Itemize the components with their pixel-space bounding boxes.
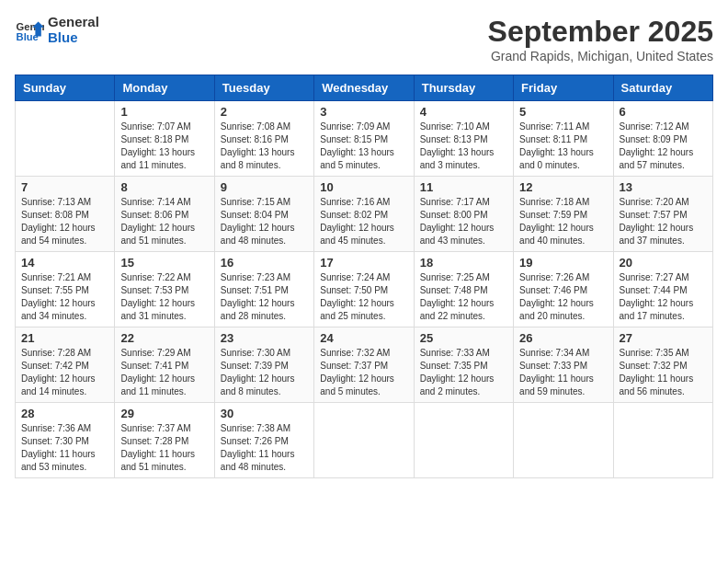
calendar-cell: 1Sunrise: 7:07 AM Sunset: 8:18 PM Daylig… <box>115 101 214 177</box>
day-info: Sunrise: 7:22 AM Sunset: 7:53 PM Dayligh… <box>120 271 208 323</box>
calendar-cell <box>314 403 414 478</box>
calendar-cell: 25Sunrise: 7:33 AM Sunset: 7:35 PM Dayli… <box>414 327 513 403</box>
calendar-week-row: 7Sunrise: 7:13 AM Sunset: 8:08 PM Daylig… <box>16 177 713 252</box>
day-number: 28 <box>21 407 108 420</box>
calendar-cell: 6Sunrise: 7:12 AM Sunset: 8:09 PM Daylig… <box>613 101 712 177</box>
calendar-cell: 5Sunrise: 7:11 AM Sunset: 8:11 PM Daylig… <box>514 101 613 177</box>
day-number: 24 <box>320 331 407 345</box>
day-number: 26 <box>519 331 607 345</box>
day-number: 17 <box>320 256 407 270</box>
day-number: 7 <box>21 180 108 194</box>
calendar-cell: 4Sunrise: 7:10 AM Sunset: 8:13 PM Daylig… <box>414 101 513 177</box>
calendar-cell: 28Sunrise: 7:36 AM Sunset: 7:30 PM Dayli… <box>16 403 115 478</box>
day-info: Sunrise: 7:36 AM Sunset: 7:30 PM Dayligh… <box>21 422 108 474</box>
day-number: 5 <box>519 105 607 119</box>
logo-general: General <box>48 15 99 30</box>
weekday-header: Saturday <box>613 75 712 101</box>
day-info: Sunrise: 7:21 AM Sunset: 7:55 PM Dayligh… <box>21 271 108 323</box>
calendar-cell: 17Sunrise: 7:24 AM Sunset: 7:50 PM Dayli… <box>314 252 414 327</box>
calendar-header-row: SundayMondayTuesdayWednesdayThursdayFrid… <box>16 75 713 101</box>
calendar-cell: 2Sunrise: 7:08 AM Sunset: 8:16 PM Daylig… <box>214 101 313 177</box>
day-info: Sunrise: 7:13 AM Sunset: 8:08 PM Dayligh… <box>21 196 108 247</box>
day-info: Sunrise: 7:38 AM Sunset: 7:26 PM Dayligh… <box>221 422 308 474</box>
calendar-cell: 15Sunrise: 7:22 AM Sunset: 7:53 PM Dayli… <box>115 252 214 327</box>
calendar-cell: 8Sunrise: 7:14 AM Sunset: 8:06 PM Daylig… <box>115 177 214 252</box>
day-number: 19 <box>519 256 607 270</box>
day-number: 21 <box>21 331 108 345</box>
day-number: 25 <box>420 331 507 345</box>
day-info: Sunrise: 7:26 AM Sunset: 7:46 PM Dayligh… <box>519 271 607 323</box>
day-number: 1 <box>120 105 208 119</box>
day-number: 2 <box>221 105 308 119</box>
day-number: 14 <box>21 256 108 270</box>
day-info: Sunrise: 7:23 AM Sunset: 7:51 PM Dayligh… <box>221 271 308 323</box>
calendar-cell: 3Sunrise: 7:09 AM Sunset: 8:15 PM Daylig… <box>314 101 414 177</box>
day-info: Sunrise: 7:14 AM Sunset: 8:06 PM Dayligh… <box>120 196 208 247</box>
day-info: Sunrise: 7:08 AM Sunset: 8:16 PM Dayligh… <box>221 121 308 172</box>
calendar-cell: 14Sunrise: 7:21 AM Sunset: 7:55 PM Dayli… <box>16 252 115 327</box>
calendar-cell: 26Sunrise: 7:34 AM Sunset: 7:33 PM Dayli… <box>514 327 613 403</box>
day-info: Sunrise: 7:35 AM Sunset: 7:32 PM Dayligh… <box>620 347 707 398</box>
day-info: Sunrise: 7:09 AM Sunset: 8:15 PM Dayligh… <box>320 121 407 172</box>
calendar-week-row: 14Sunrise: 7:21 AM Sunset: 7:55 PM Dayli… <box>16 252 713 327</box>
day-info: Sunrise: 7:20 AM Sunset: 7:57 PM Dayligh… <box>620 196 707 247</box>
weekday-header: Sunday <box>16 75 115 101</box>
day-number: 29 <box>120 407 208 420</box>
day-number: 20 <box>620 256 707 270</box>
day-info: Sunrise: 7:34 AM Sunset: 7:33 PM Dayligh… <box>519 347 607 398</box>
day-info: Sunrise: 7:16 AM Sunset: 8:02 PM Dayligh… <box>320 196 407 247</box>
day-number: 27 <box>620 331 707 345</box>
weekday-header: Wednesday <box>314 75 414 101</box>
calendar-cell: 12Sunrise: 7:18 AM Sunset: 7:59 PM Dayli… <box>514 177 613 252</box>
calendar-cell <box>613 403 712 478</box>
location: Grand Rapids, Michigan, United States <box>488 49 713 63</box>
day-number: 11 <box>420 180 507 194</box>
calendar-cell: 22Sunrise: 7:29 AM Sunset: 7:41 PM Dayli… <box>115 327 214 403</box>
day-info: Sunrise: 7:27 AM Sunset: 7:44 PM Dayligh… <box>620 271 707 323</box>
weekday-header: Thursday <box>414 75 513 101</box>
calendar-cell: 29Sunrise: 7:37 AM Sunset: 7:28 PM Dayli… <box>115 403 214 478</box>
calendar-cell: 19Sunrise: 7:26 AM Sunset: 7:46 PM Dayli… <box>514 252 613 327</box>
calendar-cell: 21Sunrise: 7:28 AM Sunset: 7:42 PM Dayli… <box>16 327 115 403</box>
day-info: Sunrise: 7:33 AM Sunset: 7:35 PM Dayligh… <box>420 347 507 398</box>
day-info: Sunrise: 7:18 AM Sunset: 7:59 PM Dayligh… <box>519 196 607 247</box>
day-info: Sunrise: 7:11 AM Sunset: 8:11 PM Dayligh… <box>519 121 607 172</box>
calendar-cell: 18Sunrise: 7:25 AM Sunset: 7:48 PM Dayli… <box>414 252 513 327</box>
calendar-cell: 20Sunrise: 7:27 AM Sunset: 7:44 PM Dayli… <box>613 252 712 327</box>
day-info: Sunrise: 7:32 AM Sunset: 7:37 PM Dayligh… <box>320 347 407 398</box>
logo-icon: General Blue <box>15 16 44 45</box>
page-header: General Blue General Blue September 2025… <box>15 15 713 63</box>
day-info: Sunrise: 7:07 AM Sunset: 8:18 PM Dayligh… <box>120 121 208 172</box>
day-info: Sunrise: 7:12 AM Sunset: 8:09 PM Dayligh… <box>620 121 707 172</box>
weekday-header: Monday <box>115 75 214 101</box>
day-number: 3 <box>320 105 407 119</box>
day-number: 15 <box>120 256 208 270</box>
calendar-cell <box>16 101 115 177</box>
calendar-cell: 10Sunrise: 7:16 AM Sunset: 8:02 PM Dayli… <box>314 177 414 252</box>
day-number: 16 <box>221 256 308 270</box>
day-number: 8 <box>120 180 208 194</box>
calendar-cell: 13Sunrise: 7:20 AM Sunset: 7:57 PM Dayli… <box>613 177 712 252</box>
day-info: Sunrise: 7:25 AM Sunset: 7:48 PM Dayligh… <box>420 271 507 323</box>
day-number: 30 <box>221 407 308 420</box>
calendar-cell: 27Sunrise: 7:35 AM Sunset: 7:32 PM Dayli… <box>613 327 712 403</box>
day-number: 12 <box>519 180 607 194</box>
logo-blue: Blue <box>48 30 99 46</box>
calendar-table: SundayMondayTuesdayWednesdayThursdayFrid… <box>15 75 713 478</box>
day-number: 9 <box>221 180 308 194</box>
day-number: 13 <box>620 180 707 194</box>
calendar-cell: 16Sunrise: 7:23 AM Sunset: 7:51 PM Dayli… <box>214 252 313 327</box>
day-info: Sunrise: 7:30 AM Sunset: 7:39 PM Dayligh… <box>221 347 308 398</box>
day-info: Sunrise: 7:24 AM Sunset: 7:50 PM Dayligh… <box>320 271 407 323</box>
svg-text:Blue: Blue <box>17 31 39 42</box>
day-number: 23 <box>221 331 308 345</box>
day-info: Sunrise: 7:17 AM Sunset: 8:00 PM Dayligh… <box>420 196 507 247</box>
title-block: September 2025 Grand Rapids, Michigan, U… <box>488 15 713 63</box>
calendar-cell: 30Sunrise: 7:38 AM Sunset: 7:26 PM Dayli… <box>214 403 313 478</box>
day-info: Sunrise: 7:28 AM Sunset: 7:42 PM Dayligh… <box>21 347 108 398</box>
calendar-cell: 7Sunrise: 7:13 AM Sunset: 8:08 PM Daylig… <box>16 177 115 252</box>
day-number: 22 <box>120 331 208 345</box>
calendar-cell: 9Sunrise: 7:15 AM Sunset: 8:04 PM Daylig… <box>214 177 313 252</box>
day-info: Sunrise: 7:10 AM Sunset: 8:13 PM Dayligh… <box>420 121 507 172</box>
day-number: 10 <box>320 180 407 194</box>
